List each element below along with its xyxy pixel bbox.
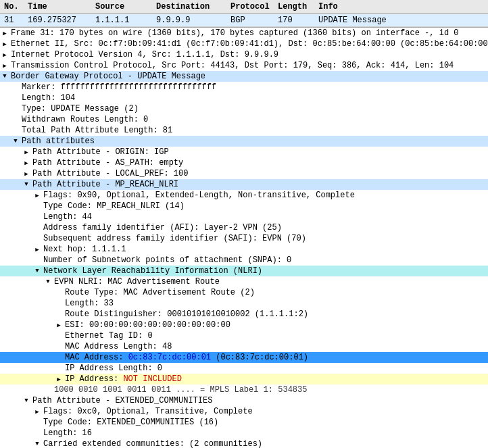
- tree-label: Type Code: MP_REACH_NLRI (14): [42, 201, 488, 211]
- tree-row[interactable]: ▶Frame 31: 170 bytes on wire (1360 bits)…: [0, 28, 488, 39]
- tree-row[interactable]: MAC Address: 0c:83:7c:dc:00:01 (0c:83:7c…: [0, 352, 488, 363]
- tree-expander[interactable]: ▼: [11, 136, 20, 146]
- packet-tree: ▶Frame 31: 170 bytes on wire (1360 bits)…: [0, 27, 488, 448]
- tree-expander[interactable]: ▼: [0, 72, 9, 81]
- row-source: 1.1.1.1: [94, 15, 155, 26]
- tree-row[interactable]: ▶Transmission Control Protocol, Src Port…: [0, 60, 488, 71]
- tree-expander[interactable]: ▶: [22, 147, 31, 157]
- tree-row[interactable]: ▶IP Address: NOT INCLUDED: [0, 374, 488, 384]
- tree-label: IP Address Length: 0: [64, 364, 488, 373]
- tree-row[interactable]: ▼Carried extended communities: (2 commun…: [0, 439, 488, 448]
- tree-expander: [32, 223, 42, 232]
- tree-expander: [11, 104, 20, 114]
- tree-row[interactable]: ▶Flags: 0xc0, Optional, Transitive, Comp…: [0, 406, 488, 417]
- tree-label: Type: UPDATE Message (2): [20, 104, 488, 114]
- tree-expander[interactable]: ▼: [32, 439, 42, 448]
- tree-expander[interactable]: ▶: [22, 169, 31, 178]
- tree-row[interactable]: Subsequent address family identifier (SA…: [0, 233, 488, 244]
- tree-row[interactable]: ▶Internet Protocol Version 4, Src: 1.1.1…: [0, 49, 488, 60]
- col-info: Info: [317, 1, 485, 12]
- tree-expander: [11, 126, 20, 135]
- tree-row[interactable]: ▼Border Gateway Protocol - UPDATE Messag…: [0, 71, 488, 82]
- tree-label: Length: 16: [42, 428, 488, 438]
- tree-expander: [54, 364, 64, 373]
- tree-row[interactable]: Marker: ffffffffffffffffffffffffffffffff: [0, 82, 488, 93]
- tree-label: Path Attribute - EXTENDED_COMMUNITIES: [31, 396, 488, 405]
- tree-label: Carried extended communities: (2 communi…: [42, 439, 488, 448]
- tree-row[interactable]: ▶Flags: 0x90, Optional, Extended-Length,…: [0, 190, 488, 201]
- tree-row[interactable]: ▶Next hop: 1.1.1.1: [0, 244, 488, 255]
- tree-row[interactable]: ▼Network Layer Reachability Information …: [0, 266, 488, 276]
- row-no: 31: [3, 15, 26, 26]
- tree-row[interactable]: Route Distinguisher: 00010101010010002 (…: [0, 309, 488, 320]
- tree-row[interactable]: Ethernet Tag ID: 0: [0, 330, 488, 341]
- tree-expander[interactable]: ▶: [0, 39, 9, 49]
- tree-row[interactable]: Length: 104: [0, 93, 488, 103]
- tree-row[interactable]: Route Type: MAC Advertisement Route (2): [0, 287, 488, 298]
- tree-row[interactable]: ▶Path Attribute - AS_PATH: empty: [0, 157, 488, 168]
- tree-label: Transmission Control Protocol, Src Port:…: [9, 61, 488, 70]
- tree-expander[interactable]: ▶: [32, 245, 42, 254]
- tree-row[interactable]: ▶Path Attribute - ORIGIN: IGP: [0, 147, 488, 157]
- tree-row[interactable]: ▶ESI: 00:00:00:00:00:00:00:00:00:00: [0, 320, 488, 330]
- tree-label: Frame 31: 170 bytes on wire (1360 bits),…: [9, 28, 488, 38]
- tree-row[interactable]: ▶Path Attribute - LOCAL_PREF: 100: [0, 168, 488, 179]
- tree-row[interactable]: Total Path Attribute Length: 81: [0, 125, 488, 136]
- tree-row[interactable]: 1000 0010 1001 0011 0011 .... = MPLS Lab…: [0, 384, 488, 395]
- tree-label: MAC Address Length: 48: [64, 342, 488, 351]
- tree-label: MAC Address: 0c:83:7c:dc:00:01 (0c:83:7c…: [64, 353, 488, 362]
- tree-expander[interactable]: ▶: [0, 61, 9, 70]
- tree-row[interactable]: MAC Address Length: 48: [0, 341, 488, 352]
- tree-row[interactable]: Withdrawn Routes Length: 0: [0, 114, 488, 125]
- tree-label: Flags: 0xc0, Optional, Transitive, Compl…: [42, 407, 488, 416]
- tree-label: Length: 104: [20, 93, 488, 103]
- tree-expander: [32, 428, 42, 438]
- tree-label: Path Attribute - MP_REACH_NLRI: [31, 180, 488, 189]
- row-proto: BGP: [229, 15, 276, 26]
- tree-row[interactable]: Length: 33: [0, 298, 488, 309]
- tree-expander[interactable]: ▶: [32, 407, 42, 416]
- tree-row[interactable]: Type Code: EXTENDED_COMMUNITIES (16): [0, 417, 488, 428]
- tree-label: Marker: ffffffffffffffffffffffffffffffff: [20, 82, 488, 92]
- tree-label: Number of Subnetwork points of attachmen…: [42, 255, 488, 265]
- tree-row[interactable]: Number of Subnetwork points of attachmen…: [0, 255, 488, 266]
- tree-expander: [54, 342, 64, 351]
- tree-row[interactable]: ▼Path attributes: [0, 136, 488, 147]
- packet-table-header: No. Time Source Destination Protocol Len…: [0, 0, 488, 14]
- tree-expander[interactable]: ▶: [54, 374, 64, 384]
- tree-expander[interactable]: ▶: [22, 158, 31, 168]
- tree-row[interactable]: ▼Path Attribute - MP_REACH_NLRI: [0, 179, 488, 190]
- tree-row[interactable]: Type Code: MP_REACH_NLRI (14): [0, 201, 488, 211]
- tree-row[interactable]: Address family identifier (AFI): Layer-2…: [0, 222, 488, 233]
- tree-label: Path Attribute - LOCAL_PREF: 100: [31, 169, 488, 178]
- tree-label: Network Layer Reachability Information (…: [42, 266, 488, 276]
- tree-row[interactable]: IP Address Length: 0: [0, 363, 488, 374]
- tree-label: Subsequent address family identifier (SA…: [42, 234, 488, 243]
- tree-row[interactable]: ▼Path Attribute - EXTENDED_COMMUNITIES: [0, 395, 488, 406]
- tree-label: Path Attribute - AS_PATH: empty: [31, 158, 488, 168]
- tree-row[interactable]: ▶Ethernet II, Src: 0c:f7:0b:09:41:d1 (0c…: [0, 39, 488, 49]
- tree-row[interactable]: Type: UPDATE Message (2): [0, 103, 488, 114]
- col-source: Source: [94, 1, 155, 12]
- tree-expander[interactable]: ▶: [0, 50, 9, 59]
- tree-expander[interactable]: ▶: [32, 191, 42, 200]
- tree-expander[interactable]: ▶: [54, 320, 64, 330]
- tree-label: Length: 44: [42, 212, 488, 222]
- tree-expander[interactable]: ▼: [22, 180, 31, 189]
- tree-label: 1000 0010 1001 0011 0011 .... = MPLS Lab…: [53, 385, 488, 395]
- tree-row[interactable]: ▼EVPN NLRI: MAC Advertisement Route: [0, 276, 488, 287]
- packet-row[interactable]: 31 169.275327 1.1.1.1 9.9.9.9 BGP 170 UP…: [0, 14, 488, 27]
- tree-label: Total Path Attribute Length: 81: [20, 126, 488, 135]
- tree-expander[interactable]: ▶: [0, 28, 9, 38]
- tree-expander[interactable]: ▼: [22, 396, 31, 405]
- tree-expander[interactable]: ▼: [32, 266, 42, 276]
- tree-label: IP Address: NOT INCLUDED: [64, 374, 488, 384]
- tree-row[interactable]: Length: 16: [0, 428, 488, 439]
- tree-label: Route Distinguisher: 00010101010010002 (…: [64, 309, 488, 319]
- tree-expander: [32, 255, 42, 265]
- col-time: Time: [26, 1, 94, 12]
- tree-expander[interactable]: ▼: [43, 277, 53, 287]
- tree-label: Path attributes: [20, 136, 488, 146]
- tree-row[interactable]: Length: 44: [0, 211, 488, 222]
- row-time: 169.275327: [26, 15, 94, 26]
